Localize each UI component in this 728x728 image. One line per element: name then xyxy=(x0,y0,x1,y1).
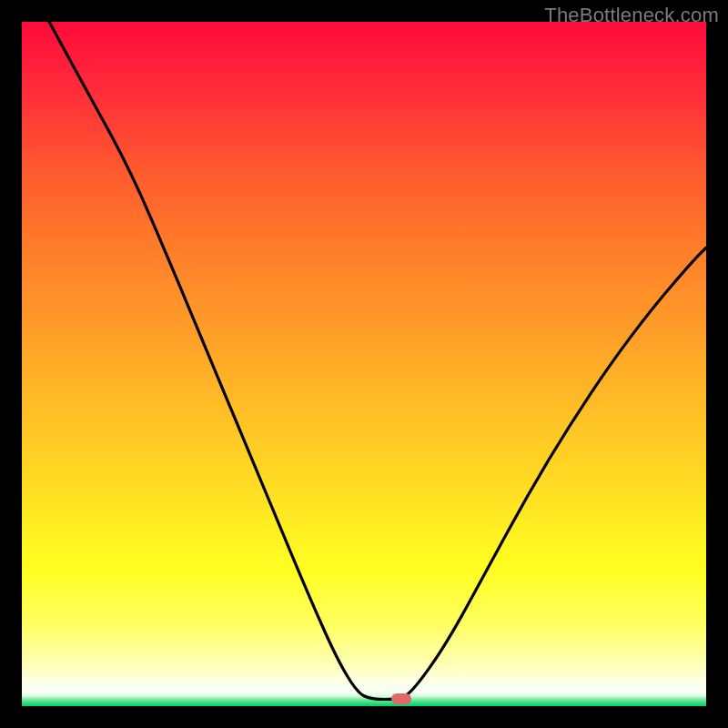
bottleneck-curve xyxy=(22,22,706,706)
plot-area xyxy=(22,22,706,706)
chart-frame: TheBottleneck.com xyxy=(0,0,728,728)
watermark-text: TheBottleneck.com xyxy=(544,4,719,27)
optimal-marker xyxy=(391,693,411,704)
